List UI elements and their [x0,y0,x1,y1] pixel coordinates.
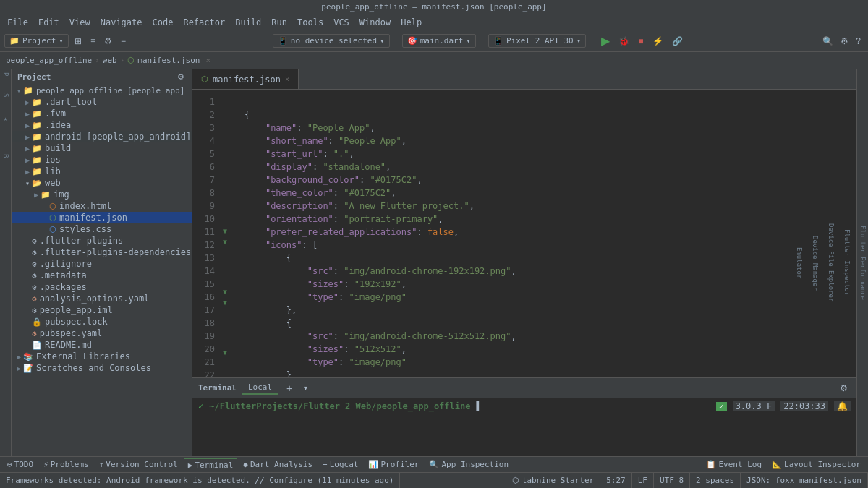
collapse-obj3-icon[interactable]: ▼ [223,347,234,358]
right-panel-device-file[interactable]: Device File Explorer [826,221,836,304]
sidebar-manifest-json[interactable]: ▶ ⬡ manifest.json [12,212,192,223]
tool-logcat[interactable]: ≡ Logcat [318,458,362,471]
tab-manifest-json[interactable]: ⬡ manifest.json × [192,69,299,89]
sidebar-gear[interactable]: ⚙ [176,72,186,82]
project-icon[interactable]: P [2,72,9,76]
sidebar-pubspec-lock[interactable]: ▶ 🔒 pubspec.lock [12,316,192,328]
sidebar-people-iml[interactable]: ▶ ⚙ people_app.iml [12,304,192,316]
status-tabnine[interactable]: ⬡ tabnine Starter [506,473,600,489]
code-content[interactable]: { "name": "People App", "short_name": "P… [236,90,856,377]
sidebar-flutter-plugins[interactable]: ▶ ⚙ .flutter-plugins [12,235,192,247]
menu-code[interactable]: Code [148,16,178,29]
sidebar-android[interactable]: ▶ 📁 android [people_app_android] [12,131,192,142]
status-encoding[interactable]: UTF-8 [654,473,690,489]
tool-dart-analysis[interactable]: ◆ Dart Analysis [239,458,317,471]
menu-refactor[interactable]: Refactor [179,16,229,29]
toolbar-minus-btn[interactable]: − [118,35,129,48]
terminal-tab-local[interactable]: Local [242,381,278,395]
tool-terminal[interactable]: ▶ Terminal [184,458,238,471]
help-btn[interactable]: ? [853,35,864,48]
build-variants-icon[interactable]: B [2,154,9,158]
menu-file[interactable]: File [3,16,33,29]
collapse-brace-icon[interactable]: ▼ [223,236,234,247]
structure-icon[interactable]: S [2,93,9,97]
settings-btn[interactable]: ⚙ [838,35,851,48]
menu-run[interactable]: Run [267,16,292,29]
sidebar-img[interactable]: ▶ 📁 img [12,189,192,200]
sidebar-pubspec-yaml[interactable]: ▶ ⚙ pubspec.yaml [12,328,192,339]
run-button[interactable]: ▶ [598,33,613,49]
tool-problems[interactable]: ⚡ Problems [39,458,93,471]
sidebar-index-html[interactable]: ▶ ⬡ index.html [12,200,192,212]
breadcrumb-file[interactable]: ⬡ [127,56,135,65]
menu-tools[interactable]: Tools [293,16,328,29]
menu-window[interactable]: Window [355,16,395,29]
tool-event-log[interactable]: 📋 Event Log [702,458,766,471]
hot-reload-btn[interactable]: ⚡ [650,35,666,48]
sidebar-web[interactable]: ▾ 📂 web [12,177,192,189]
sidebar-gitignore[interactable]: ▶ ⚙ .gitignore [12,258,192,270]
attach-btn[interactable]: 🔗 [669,35,686,48]
menu-view[interactable]: View [65,16,95,29]
breadcrumb-root[interactable]: people_app_offline [6,56,92,65]
stop-btn[interactable]: ■ [635,35,646,48]
tool-version-control[interactable]: ↑ Version Control [95,458,182,471]
sidebar-external-libs[interactable]: ▶ 📚 External Libraries [12,351,192,362]
sidebar-build[interactable]: ▶ 📁 build [12,142,192,154]
status-file-type[interactable]: JSON: foxx-manifest.json [741,473,868,489]
sidebar-root[interactable]: ▾ 📁 people_app_offline [people_app] [12,85,192,96]
breadcrumb-filename[interactable]: manifest.json [137,56,200,65]
sidebar-fvm[interactable]: ▶ 📁 .fvm [12,108,192,119]
right-panel-flutter-perf[interactable]: Flutter Performance [858,223,868,303]
status-line-col[interactable]: 5:27 [600,473,632,489]
sidebar-metadata[interactable]: ▶ ⚙ .metadata [12,270,192,281]
tool-app-inspection[interactable]: 🔍 App Inspection [425,458,513,471]
status-message[interactable]: Frameworks detected: Android framework i… [0,473,400,489]
sidebar-packages[interactable]: ▶ ⚙ .packages [12,281,192,293]
pixel-dropdown[interactable]: 📱 Pixel 2 API 30 ▾ [488,34,586,48]
collapse-obj2-icon[interactable]: ▼ [223,297,234,308]
tool-profiler[interactable]: 📊 Profiler [364,458,423,471]
status-line-ending[interactable]: LF [632,473,654,489]
profile-btn[interactable]: 🐞 [616,35,632,48]
main-dart-dropdown[interactable]: 🎯 main.dart ▾ [402,34,476,48]
breadcrumb-close[interactable]: × [205,56,210,65]
search-everywhere-btn[interactable]: 🔍 [820,35,836,48]
tool-todo[interactable]: ⊖ TODO [3,458,38,471]
right-panel-emulator[interactable]: Emulator [794,244,804,281]
menu-help[interactable]: Help [396,16,426,29]
breadcrumb-web[interactable]: web [103,56,117,65]
toolbar-layout-btn[interactable]: ⊞ [72,35,85,48]
project-dropdown[interactable]: 📁 Project ▾ [4,34,69,48]
sidebar-styles-css[interactable]: ▶ ⬡ styles.css [12,223,192,235]
right-panel-device-manager[interactable]: Device Manager [810,233,820,294]
tab-close-btn[interactable]: × [285,75,289,83]
sidebar-flutter-plugins-dep[interactable]: ▶ ⚙ .flutter-plugins-dependencies [12,247,192,258]
sidebar-readme[interactable]: ▶ 📄 README.md [12,339,192,351]
collapse-brace2-icon[interactable]: ▼ [223,286,234,297]
sidebar-analysis-options[interactable]: ▶ ⚙ analysis_options.yaml [12,293,192,304]
tool-layout-inspector[interactable]: 📐 Layout Inspector [767,458,865,471]
favorites-icon[interactable]: ★ [2,115,9,122]
collapse-icons-icon[interactable]: ▼ [223,226,234,236]
sidebar-idea[interactable]: ▶ 📁 .idea [12,119,192,131]
menu-edit[interactable]: Edit [34,16,64,29]
toolbar-settings-btn[interactable]: ⚙ [101,35,115,48]
terminal-add-btn[interactable]: + [284,381,295,395]
menu-build[interactable]: Build [231,16,265,29]
sidebar-dart-tool[interactable]: ▶ 📁 .dart_tool [12,96,192,108]
terminal-content[interactable]: ✓ ~/FlutterProjects/Flutter 2 Web/people… [192,398,856,456]
sidebar-ios[interactable]: ▶ 📁 ios [12,154,192,166]
menu-vcs[interactable]: VCS [329,16,354,29]
toolbar-list-btn[interactable]: ≡ [88,35,98,48]
terminal-dropdown-btn[interactable]: ▾ [301,382,310,393]
sidebar-lib[interactable]: ▶ 📁 lib [12,166,192,177]
sidebar-scratches[interactable]: ▶ 📝 Scratches and Consoles [12,362,192,374]
terminal-settings-btn[interactable]: ⚙ [837,382,851,395]
code-editor[interactable]: 1 2 3 4 5 6 7 8 9 10 11 12 13 14 15 16 1… [192,90,856,377]
status-msg-text: Frameworks detected: Android framework i… [6,476,393,485]
status-indentation[interactable]: 2 spaces [690,473,741,489]
no-device-dropdown[interactable]: 📱 no device selected ▾ [273,34,390,48]
right-panel-flutter-inspector[interactable]: Flutter Inspector [842,226,852,299]
menu-navigate[interactable]: Navigate [96,16,147,29]
